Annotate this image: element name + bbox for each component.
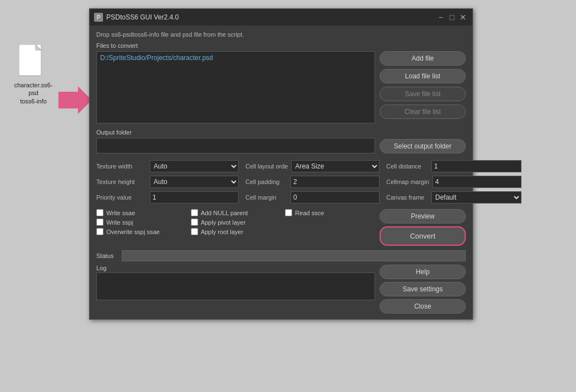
cell-padding-row: Cell padding — [245, 176, 380, 188]
apply-root-layer-checkbox[interactable] — [191, 228, 198, 235]
texture-height-select[interactable]: Auto — [150, 176, 239, 188]
status-label: Status — [96, 252, 117, 259]
texture-height-row: Texture height Auto — [96, 176, 239, 188]
cell-margin-input[interactable] — [291, 191, 380, 204]
apply-pivot-layer-row: Apply pivot layer — [191, 219, 281, 226]
close-button[interactable]: Close — [380, 299, 466, 314]
file-icon-label: character.ss6-psd toss6-info — [11, 81, 56, 105]
output-section: Select output folder — [96, 138, 466, 153]
minimize-button[interactable]: − — [436, 12, 446, 22]
output-input-wrap — [96, 138, 375, 153]
overwrite-sspj-ssae-label: Overwrite sspj ssae — [106, 229, 160, 235]
app-icon: P — [94, 13, 103, 22]
cell-distance-row: Cell distance — [386, 160, 521, 172]
add-null-parent-row: Add NULL parent — [191, 209, 281, 216]
files-section: D:/SpriteStudio/Projects/character.psd A… — [96, 51, 466, 123]
write-sspj-checkbox[interactable] — [96, 219, 104, 226]
cell-layout-order-row: Cell layout orde Area Size — [245, 160, 380, 172]
checkboxes-and-actions: Write ssae Add NULL parent Read ssce — [96, 209, 466, 246]
priority-value-label: Priority value — [96, 194, 146, 201]
window-title: PSDtoSS6 GUI Ver2.4.0 — [106, 13, 179, 21]
overwrite-sspj-ssae-row: Overwrite sspj ssae — [96, 228, 186, 235]
file-icon — [19, 44, 48, 79]
add-null-parent-label: Add NULL parent — [201, 210, 248, 216]
overwrite-sspj-ssae-checkbox[interactable] — [96, 228, 104, 235]
bottom-buttons-col: Help Save settings Close — [380, 265, 466, 314]
cellmap-margin-row: Cellmap margin — [386, 176, 521, 188]
add-null-parent-checkbox[interactable] — [191, 209, 198, 216]
canvas-frame-row: Canvas frame Default — [386, 191, 521, 204]
preview-convert-col: Preview Convert — [380, 209, 466, 246]
close-window-button[interactable]: ✕ — [458, 12, 468, 22]
output-folder-label: Output folder — [96, 129, 466, 136]
window-content: Drop ss6-psdtoss6-info file and psd file… — [90, 26, 472, 319]
texture-width-select[interactable]: Auto — [150, 160, 239, 172]
log-area[interactable] — [96, 272, 375, 300]
cell-padding-input[interactable] — [291, 176, 380, 188]
svg-marker-3 — [58, 86, 92, 114]
apply-root-layer-row: Apply root layer — [191, 228, 281, 235]
read-ssce-label: Read ssce — [295, 210, 324, 216]
cellmap-margin-input[interactable] — [432, 176, 521, 188]
save-settings-button[interactable]: Save settings — [380, 282, 466, 296]
write-ssae-row: Write ssae — [96, 209, 186, 216]
texture-height-label: Texture height — [96, 178, 146, 185]
select-output-folder-button[interactable]: Select output folder — [380, 139, 466, 153]
log-label: Log — [96, 265, 375, 271]
write-ssae-checkbox[interactable] — [96, 209, 104, 216]
cell-margin-row: Cell margin — [245, 191, 380, 204]
title-bar-left: P PSDtoSS6 GUI Ver2.4.0 — [94, 13, 179, 22]
apply-pivot-layer-label: Apply pivot layer — [201, 219, 246, 226]
log-and-buttons: Log Help Save settings Close — [96, 265, 466, 314]
cell-distance-input[interactable] — [431, 160, 521, 172]
files-section-label: Files to convert — [96, 42, 466, 49]
log-area-wrap: Log — [96, 265, 375, 314]
canvas-frame-select[interactable]: Default — [431, 191, 521, 204]
status-bar — [122, 250, 466, 261]
files-list-area[interactable]: D:/SpriteStudio/Projects/character.psd — [96, 51, 375, 123]
canvas-frame-label: Canvas frame — [386, 194, 428, 201]
cell-layout-order-select[interactable]: Area Size — [291, 160, 380, 172]
cellmap-margin-label: Cellmap margin — [386, 178, 429, 185]
write-sspj-row: Write sspj — [96, 219, 186, 226]
hint-text: Drop ss6-psdtoss6-info file and psd file… — [96, 31, 466, 38]
apply-pivot-layer-checkbox[interactable] — [191, 219, 198, 226]
maximize-button[interactable]: □ — [447, 12, 457, 22]
write-sspj-label: Write sspj — [106, 219, 133, 226]
arrow-indicator — [58, 86, 92, 116]
cell-margin-label: Cell margin — [245, 194, 287, 201]
read-ssce-row: Read ssce — [285, 209, 375, 216]
cell-padding-label: Cell padding — [245, 178, 287, 185]
cell-distance-label: Cell distance — [386, 163, 428, 170]
output-folder-input[interactable] — [96, 138, 375, 153]
settings-col2: Cell layout orde Area Size Cell padding … — [245, 160, 380, 204]
texture-width-row: Texture width Auto — [96, 160, 239, 172]
add-file-button[interactable]: Add file — [380, 51, 466, 66]
title-bar: P PSDtoSS6 GUI Ver2.4.0 − □ ✕ — [90, 9, 472, 26]
file-path: D:/SpriteStudio/Projects/character.psd — [100, 54, 213, 62]
settings-col1: Texture width Auto Texture height Auto P… — [96, 160, 239, 204]
output-btn-wrap: Select output folder — [380, 139, 466, 153]
read-ssce-checkbox[interactable] — [285, 209, 292, 216]
checkboxes-area: Write ssae Add NULL parent Read ssce — [96, 209, 375, 246]
desktop: character.ss6-psd toss6-info P PSDtoSS6 … — [0, 0, 576, 392]
cell-layout-order-label: Cell layout orde — [245, 163, 288, 170]
write-ssae-label: Write ssae — [106, 210, 135, 216]
texture-width-label: Texture width — [96, 163, 146, 170]
help-button[interactable]: Help — [380, 265, 466, 279]
empty-col3-row — [285, 219, 375, 226]
load-file-list-button[interactable]: Load file list — [380, 69, 466, 83]
settings-grid: Texture width Auto Texture height Auto P… — [96, 160, 466, 204]
preview-button[interactable]: Preview — [380, 209, 466, 224]
settings-col3: Cell distance Cellmap margin Canvas fram… — [386, 160, 521, 204]
clear-file-list-button[interactable]: Clear file list — [380, 105, 466, 119]
save-file-list-button[interactable]: Save file list — [380, 87, 466, 101]
main-window: P PSDtoSS6 GUI Ver2.4.0 − □ ✕ Drop ss6-p… — [89, 8, 473, 320]
status-row: Status — [96, 250, 466, 261]
priority-value-row: Priority value — [96, 191, 239, 204]
checkboxes-grid: Write ssae Add NULL parent Read ssce — [96, 209, 375, 235]
priority-value-input[interactable] — [150, 191, 239, 204]
apply-root-layer-label: Apply root layer — [201, 229, 243, 235]
files-buttons: Add file Load file list Save file list C… — [380, 51, 466, 123]
convert-button[interactable]: Convert — [380, 226, 466, 246]
